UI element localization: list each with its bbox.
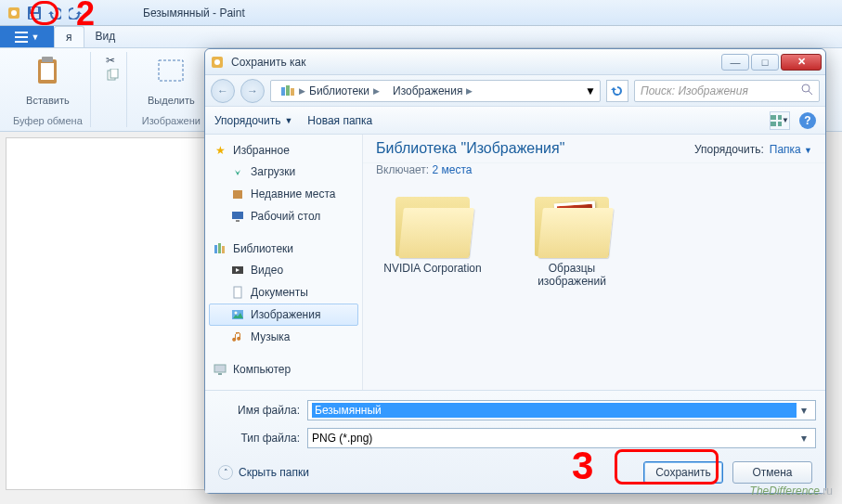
chevron-down-icon: ▼ bbox=[804, 146, 812, 155]
navigation-row: ← → ▶ Библиотеки ▶ Изображения ▶ ▼ Поиск… bbox=[205, 75, 825, 107]
recent-icon bbox=[230, 187, 245, 201]
desktop-icon bbox=[230, 209, 245, 224]
folder-item[interactable]: Образцы изображений bbox=[521, 197, 623, 288]
music-icon bbox=[230, 330, 245, 344]
chevron-down-icon[interactable]: ▾ bbox=[797, 404, 811, 417]
svg-rect-10 bbox=[41, 63, 54, 80]
hide-folders-button[interactable]: ˄ Скрыть папки bbox=[218, 465, 634, 480]
sidebar-item-downloads[interactable]: Загрузки bbox=[209, 161, 358, 183]
refresh-button[interactable] bbox=[606, 80, 628, 102]
svg-rect-34 bbox=[234, 287, 241, 298]
video-icon bbox=[230, 263, 245, 278]
arrange-value[interactable]: Папка ▼ bbox=[770, 143, 812, 156]
save-button[interactable]: Сохранить bbox=[643, 461, 723, 484]
svg-rect-9 bbox=[42, 57, 53, 62]
paste-button[interactable] bbox=[31, 54, 64, 87]
search-input[interactable]: Поиск: Изображения bbox=[634, 80, 820, 102]
filename-input[interactable] bbox=[312, 403, 797, 418]
library-includes: Включает: 2 места bbox=[363, 163, 825, 182]
save-icon[interactable] bbox=[26, 5, 43, 21]
includes-link[interactable]: 2 места bbox=[433, 163, 473, 176]
svg-rect-4 bbox=[30, 14, 39, 19]
sidebar-item-pictures[interactable]: Изображения bbox=[209, 304, 358, 326]
clipboard-caption: Буфер обмена bbox=[13, 115, 83, 126]
arrange-control[interactable]: Упорядочить: Папка ▼ bbox=[694, 143, 812, 156]
sidebar-item-video[interactable]: Видео bbox=[209, 259, 358, 281]
folder-icon bbox=[535, 197, 609, 256]
help-button[interactable]: ? bbox=[799, 112, 816, 129]
svg-rect-27 bbox=[232, 212, 243, 219]
search-icon bbox=[801, 84, 813, 98]
new-folder-button[interactable]: Новая папка bbox=[307, 114, 372, 127]
chevron-down-icon[interactable]: ▾ bbox=[797, 432, 811, 445]
close-button[interactable]: ✕ bbox=[781, 54, 822, 71]
filetype-input[interactable] bbox=[312, 432, 797, 445]
nav-forward-button[interactable]: → bbox=[240, 79, 265, 103]
maximize-button[interactable]: □ bbox=[751, 54, 779, 71]
dialog-bottom: Имя файла: ▾ Тип файла: ▾ ˄ Скрыть папки… bbox=[205, 390, 825, 493]
cut-button[interactable]: ✂ bbox=[106, 54, 119, 67]
sidebar-favorites[interactable]: ★ Избранное bbox=[209, 140, 358, 161]
navigation-sidebar: ★ Избранное Загрузки Недавние места Рабо… bbox=[205, 135, 363, 390]
svg-rect-37 bbox=[214, 365, 226, 372]
sidebar-libraries[interactable]: Библиотеки bbox=[209, 239, 358, 259]
sidebar-item-recent[interactable]: Недавние места bbox=[209, 183, 358, 205]
paste-label: Вставить bbox=[26, 95, 70, 106]
paint-window-title: Безымянный - Paint bbox=[143, 6, 245, 19]
copy-button[interactable] bbox=[106, 69, 119, 82]
select-label: Выделить bbox=[148, 95, 195, 106]
folder-list: NVIDIA Corporation Образцы изображений bbox=[363, 182, 825, 303]
breadcrumb-dropdown-icon[interactable]: ▼ bbox=[585, 84, 596, 97]
svg-point-36 bbox=[235, 312, 238, 315]
view-mode-button[interactable]: ▼ bbox=[770, 111, 790, 130]
organize-button[interactable]: Упорядочить ▼ bbox=[214, 114, 292, 127]
dialog-titlebar: Сохранить как — □ ✕ bbox=[205, 49, 825, 75]
svg-rect-22 bbox=[771, 115, 776, 120]
cancel-button[interactable]: Отмена bbox=[732, 461, 812, 484]
scissors-icon: ✂ bbox=[106, 54, 115, 67]
svg-rect-18 bbox=[286, 85, 290, 96]
save-as-dialog: Сохранить как — □ ✕ ← → ▶ Библиотеки ▶ И… bbox=[204, 48, 826, 494]
chevron-up-icon: ˄ bbox=[218, 465, 233, 480]
svg-point-1 bbox=[11, 10, 17, 16]
filename-label: Имя файла: bbox=[214, 404, 300, 417]
svg-rect-19 bbox=[291, 88, 294, 96]
sidebar-computer[interactable]: Компьютер bbox=[209, 359, 358, 380]
svg-rect-24 bbox=[771, 122, 776, 126]
filetype-combo[interactable]: ▾ bbox=[307, 428, 816, 448]
svg-rect-13 bbox=[159, 60, 183, 81]
svg-rect-7 bbox=[15, 41, 28, 43]
ribbon-group-clipboard: Вставить Буфер обмена bbox=[6, 52, 91, 127]
pictures-icon bbox=[230, 307, 245, 322]
redo-icon[interactable] bbox=[67, 5, 84, 21]
folder-item[interactable]: NVIDIA Corporation bbox=[382, 197, 484, 288]
nav-back-button[interactable]: ← bbox=[211, 79, 235, 103]
undo-icon[interactable] bbox=[46, 5, 63, 21]
svg-rect-5 bbox=[15, 32, 28, 33]
breadcrumb-root[interactable]: ▶ Библиотеки ▶ bbox=[275, 83, 385, 99]
libraries-icon bbox=[280, 84, 295, 97]
sidebar-item-documents[interactable]: Документы bbox=[209, 281, 358, 304]
svg-rect-12 bbox=[110, 69, 118, 78]
svg-point-16 bbox=[214, 59, 220, 65]
breadcrumb-current[interactable]: Изображения ▶ bbox=[387, 83, 478, 99]
tab-home[interactable]: я bbox=[54, 26, 84, 47]
documents-icon bbox=[230, 285, 245, 300]
filename-combo[interactable]: ▾ bbox=[307, 400, 816, 420]
file-menu-tab[interactable]: ▼ bbox=[0, 26, 54, 47]
chevron-down-icon: ▼ bbox=[284, 116, 292, 125]
sidebar-item-music[interactable]: Музыка bbox=[209, 326, 358, 348]
breadcrumb[interactable]: ▶ Библиотеки ▶ Изображения ▶ ▼ bbox=[270, 80, 601, 102]
computer-icon bbox=[213, 362, 227, 377]
svg-rect-3 bbox=[31, 7, 38, 12]
select-button[interactable] bbox=[154, 54, 188, 87]
svg-rect-29 bbox=[214, 245, 217, 253]
folder-label: Образцы изображений bbox=[521, 262, 623, 288]
svg-rect-38 bbox=[218, 373, 222, 375]
svg-rect-26 bbox=[233, 190, 242, 199]
minimize-button[interactable]: — bbox=[721, 54, 749, 71]
sidebar-item-desktop[interactable]: Рабочий стол bbox=[209, 205, 358, 227]
paint-app-icon bbox=[209, 54, 226, 71]
tab-view[interactable]: Вид bbox=[84, 26, 127, 47]
paint-app-icon bbox=[6, 5, 22, 21]
